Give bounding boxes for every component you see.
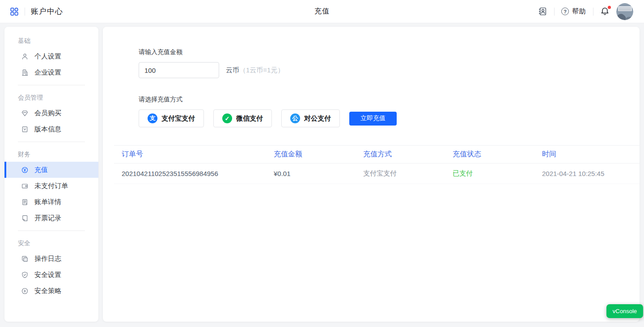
table-row: 20210421102523515556984956 ¥0.01 支付宝支付 已… xyxy=(114,164,640,184)
header-divider xyxy=(554,8,555,16)
shield-check-icon xyxy=(21,271,29,279)
sidebar-item-personal-settings[interactable]: 个人设置 xyxy=(4,48,98,64)
vconsole-button[interactable]: vConsole xyxy=(606,304,643,318)
bill-icon xyxy=(21,198,29,206)
help-label: 帮助 xyxy=(572,7,586,16)
app-title: 账户中心 xyxy=(31,6,63,17)
sidebar-section-finance: 财务 xyxy=(4,147,98,162)
method-label: 请选择充值方式 xyxy=(139,96,640,104)
top-header: 账户中心 充值 ? 帮助 xyxy=(0,0,644,23)
sidebar-item-label: 未支付订单 xyxy=(34,182,68,190)
shield-plus-icon xyxy=(21,287,29,295)
cell-time: 2021-04-21 10:25:45 xyxy=(534,170,640,177)
pay-button-label: 微信支付 xyxy=(236,114,263,123)
alipay-pay-button[interactable]: 支 支付宝支付 xyxy=(139,109,204,127)
currency-rate: （1云币=1元） xyxy=(239,66,284,74)
sidebar-item-label: 开票记录 xyxy=(34,214,61,222)
header-divider xyxy=(593,8,593,16)
sidebar-item-security-settings[interactable]: 安全设置 xyxy=(4,267,98,283)
recharge-icon xyxy=(21,166,29,174)
sidebar-section-basic: 基础 xyxy=(4,33,98,48)
building-icon xyxy=(21,69,29,76)
recharge-now-button[interactable]: 立即充值 xyxy=(349,112,397,126)
corporate-pay-icon: 公 xyxy=(290,113,300,123)
currency-unit: 云币 xyxy=(226,66,239,74)
cell-status: 已支付 xyxy=(445,169,534,178)
version-icon xyxy=(21,126,29,133)
sidebar-section-security: 安全 xyxy=(4,235,98,251)
question-icon: ? xyxy=(561,8,569,15)
wechat-pay-icon: ✓ xyxy=(222,113,232,123)
cell-amount: ¥0.01 xyxy=(266,170,356,177)
sidebar-item-label: 安全策略 xyxy=(34,287,61,295)
column-time: 时间 xyxy=(534,150,640,159)
pay-button-label: 对公支付 xyxy=(304,114,331,123)
sidebar-item-unpaid-orders[interactable]: 未支付订单 xyxy=(4,178,98,194)
sidebar-item-security-policy[interactable]: 安全策略 xyxy=(4,283,98,299)
contacts-icon[interactable] xyxy=(538,7,547,16)
user-icon xyxy=(21,53,29,60)
column-method: 充值方式 xyxy=(356,150,445,159)
table-header-row: 订单号 充值金额 充值方式 充值状态 时间 xyxy=(114,145,640,164)
sidebar-item-label: 会员购买 xyxy=(34,109,61,117)
cell-order-no: 20210421102523515556984956 xyxy=(114,170,266,177)
sidebar-item-label: 账单详情 xyxy=(34,198,61,206)
wallet-icon xyxy=(21,182,29,190)
orders-table: 订单号 充值金额 充值方式 充值状态 时间 202104211025235155… xyxy=(114,145,640,184)
invoice-icon xyxy=(21,214,29,222)
sidebar-item-label: 个人设置 xyxy=(34,52,61,61)
column-amount: 充值金额 xyxy=(266,150,356,159)
logs-icon xyxy=(21,255,29,263)
currency-note: 云币（1云币=1元） xyxy=(226,66,284,75)
amount-input[interactable] xyxy=(139,62,219,78)
recharge-form: 请输入充值金额 云币（1云币=1元） 请选择充值方式 支 支付宝支付 ✓ 微信支… xyxy=(103,27,640,127)
main-panel: 请输入充值金额 云币（1云币=1元） 请选择充值方式 支 支付宝支付 ✓ 微信支… xyxy=(103,27,640,322)
sidebar-divider xyxy=(18,85,85,85)
header-divider xyxy=(25,8,25,16)
sidebar-section-membership: 会员管理 xyxy=(4,90,98,105)
sidebar: 基础 个人设置 企业设置 会员管理 会员购买 版本信息 财务 xyxy=(4,27,98,322)
active-indicator xyxy=(4,162,6,178)
sidebar-divider xyxy=(18,142,85,142)
amount-label: 请输入充值金额 xyxy=(139,48,640,56)
sidebar-item-label: 操作日志 xyxy=(34,255,61,263)
sidebar-item-invoice-records[interactable]: 开票记录 xyxy=(4,210,98,226)
sidebar-item-label: 安全设置 xyxy=(34,271,61,279)
sidebar-item-recharge[interactable]: 充值 xyxy=(4,162,98,178)
sidebar-item-version-info[interactable]: 版本信息 xyxy=(4,121,98,137)
sidebar-item-member-purchase[interactable]: 会员购买 xyxy=(4,105,98,121)
sidebar-divider xyxy=(18,231,85,231)
notification-dot xyxy=(608,6,611,9)
help-button[interactable]: ? 帮助 xyxy=(561,7,586,16)
sidebar-item-operation-logs[interactable]: 操作日志 xyxy=(4,251,98,267)
corporate-pay-button[interactable]: 公 对公支付 xyxy=(281,109,340,127)
sidebar-item-enterprise-settings[interactable]: 企业设置 xyxy=(4,64,98,80)
sidebar-item-label: 企业设置 xyxy=(34,68,61,77)
notification-bell-icon[interactable] xyxy=(600,7,610,16)
alipay-icon: 支 xyxy=(148,113,157,123)
avatar[interactable] xyxy=(616,3,633,20)
pay-button-label: 支付宝支付 xyxy=(161,114,195,123)
cell-method: 支付宝支付 xyxy=(356,169,445,178)
sidebar-item-bill-details[interactable]: 账单详情 xyxy=(4,194,98,210)
sidebar-item-label: 充值 xyxy=(34,166,48,174)
wechat-pay-button[interactable]: ✓ 微信支付 xyxy=(213,109,272,127)
sidebar-item-label: 版本信息 xyxy=(34,125,61,134)
gem-icon xyxy=(21,109,29,117)
apps-grid-icon[interactable] xyxy=(10,7,19,16)
column-status: 充值状态 xyxy=(445,150,534,159)
column-order-no: 订单号 xyxy=(114,150,266,159)
